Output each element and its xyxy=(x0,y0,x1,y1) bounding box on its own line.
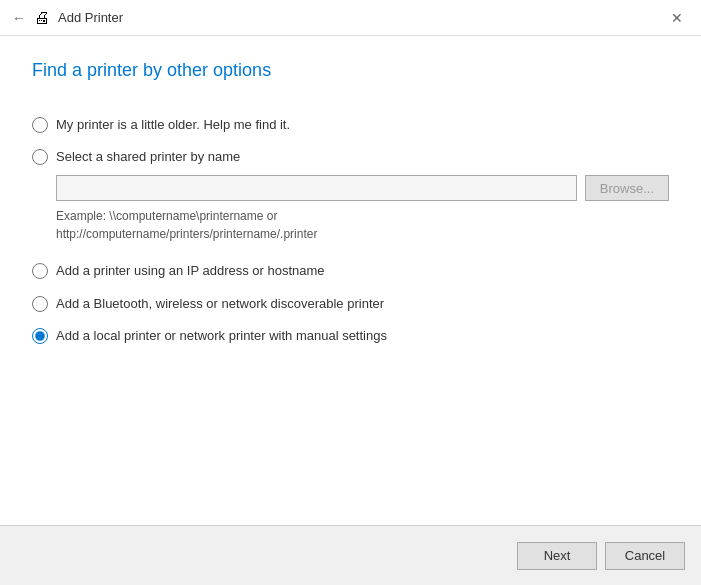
option-item-shared: Select a shared printer by name xyxy=(32,141,669,173)
example-line1: Example: \\computername\printername or xyxy=(56,209,277,223)
browse-button[interactable]: Browse... xyxy=(585,175,669,201)
footer: Next Cancel xyxy=(0,525,701,585)
option-item-local: Add a local printer or network printer w… xyxy=(32,320,669,352)
window-title: Add Printer xyxy=(58,10,123,25)
next-button[interactable]: Next xyxy=(517,542,597,570)
label-bluetooth[interactable]: Add a Bluetooth, wireless or network dis… xyxy=(56,295,384,313)
option-list: My printer is a little older. Help me fi… xyxy=(32,109,669,352)
shared-printer-section: Browse... Example: \\computername\printe… xyxy=(32,175,669,247)
example-line2: http://computername/printers/printername… xyxy=(56,227,317,241)
option-item-ip: Add a printer using an IP address or hos… xyxy=(32,255,669,287)
title-bar-left: ← 🖨 Add Printer xyxy=(12,9,123,27)
page-heading: Find a printer by other options xyxy=(32,60,669,81)
radio-local[interactable] xyxy=(32,328,48,344)
label-older[interactable]: My printer is a little older. Help me fi… xyxy=(56,116,290,134)
option-item-older: My printer is a little older. Help me fi… xyxy=(32,109,669,141)
cancel-button[interactable]: Cancel xyxy=(605,542,685,570)
main-content: Find a printer by other options My print… xyxy=(0,36,701,525)
printer-icon: 🖨 xyxy=(34,9,50,27)
back-button[interactable]: ← xyxy=(12,10,26,26)
radio-bluetooth[interactable] xyxy=(32,296,48,312)
radio-ip[interactable] xyxy=(32,263,48,279)
label-ip[interactable]: Add a printer using an IP address or hos… xyxy=(56,262,325,280)
shared-printer-input[interactable] xyxy=(56,175,577,201)
label-local[interactable]: Add a local printer or network printer w… xyxy=(56,327,387,345)
option-item-bluetooth: Add a Bluetooth, wireless or network dis… xyxy=(32,288,669,320)
close-button[interactable]: ✕ xyxy=(665,6,689,30)
radio-older[interactable] xyxy=(32,117,48,133)
title-bar: ← 🖨 Add Printer ✕ xyxy=(0,0,701,36)
label-shared[interactable]: Select a shared printer by name xyxy=(56,148,240,166)
shared-printer-input-row: Browse... xyxy=(56,175,669,201)
radio-shared[interactable] xyxy=(32,149,48,165)
example-text: Example: \\computername\printername or h… xyxy=(56,207,669,243)
